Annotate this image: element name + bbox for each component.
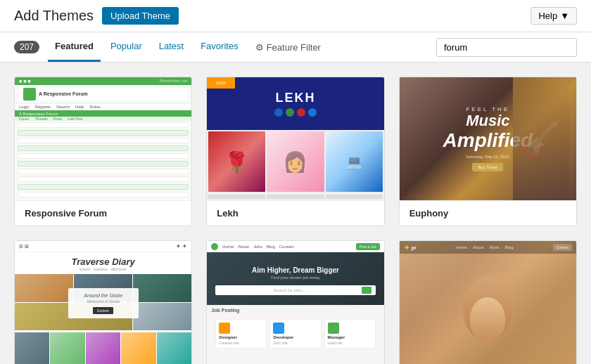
upload-theme-button[interactable]: Upload Theme <box>102 7 179 25</box>
top-bar-left: Add Themes Upload Theme <box>14 7 179 25</box>
theme-card-euphony: FEEL THE Music Amplified Saturday, Sep 1… <box>399 77 577 226</box>
theme-count-badge: 207 <box>14 41 39 53</box>
search-input[interactable] <box>436 38 577 57</box>
theme-card-lekh: NEW LEKH 🌹 👩 <box>206 77 384 226</box>
theme-info-lekh: Lekh <box>207 200 383 226</box>
page-title: Add Themes <box>14 8 94 24</box>
themes-grid: ■ ■ ■ Remember me A Responsive Forum Log… <box>0 63 591 364</box>
gear-icon: ⚙ <box>255 42 264 53</box>
tab-favorites[interactable]: Favorites <box>193 32 245 62</box>
theme-card-traverse-diary: ⊞ ⊠ ✦ ✦ Traverse Diary travel · explore … <box>14 240 192 364</box>
theme-name-responsive-forum: Responsive Forum <box>25 208 107 219</box>
theme-info-responsive-forum: Responsive Forum <box>15 200 191 226</box>
theme-screenshot-responsive-forum: ■ ■ ■ Remember me A Responsive Forum Log… <box>15 77 191 200</box>
tab-popular[interactable]: Popular <box>103 32 149 62</box>
theme-card-responsive-forum: ■ ■ ■ Remember me A Responsive Forum Log… <box>14 77 192 226</box>
nav-row: 207 Featured Popular Latest Favorites ⚙ … <box>0 32 591 63</box>
theme-card-jobscout: Home About Jobs Blog Contact Post a Job … <box>206 240 384 364</box>
theme-screenshot-euphony: FEEL THE Music Amplified Saturday, Sep 1… <box>400 77 576 200</box>
help-chevron-icon: ▼ <box>560 11 569 21</box>
theme-name-lekh: Lekh <box>217 208 238 219</box>
theme-screenshot-traverse-diary: ⊞ ⊠ ✦ ✦ Traverse Diary travel · explore … <box>15 241 191 364</box>
theme-screenshot-jobscout: Home About Jobs Blog Contact Post a Job … <box>207 241 383 364</box>
nav-left: 207 Featured Popular Latest Favorites ⚙ … <box>14 32 328 62</box>
tab-featured[interactable]: Featured <box>48 32 101 62</box>
theme-info-euphony: Euphony <box>400 200 576 226</box>
help-label: Help <box>538 11 557 21</box>
tab-latest[interactable]: Latest <box>152 32 191 62</box>
theme-screenshot-freeware: ✦ pr Home About Work Blog Contact <box>400 241 576 364</box>
help-button[interactable]: Help ▼ <box>530 7 577 25</box>
theme-card-freeware: ✦ pr Home About Work Blog Contact <box>399 240 577 364</box>
theme-screenshot-lekh: NEW LEKH 🌹 👩 <box>207 77 383 200</box>
top-bar: Add Themes Upload Theme Help ▼ <box>0 0 591 32</box>
theme-name-euphony: Euphony <box>409 208 449 219</box>
feature-filter-label: Feature Filter <box>267 42 321 53</box>
feature-filter-button[interactable]: ⚙ Feature Filter <box>248 34 328 61</box>
